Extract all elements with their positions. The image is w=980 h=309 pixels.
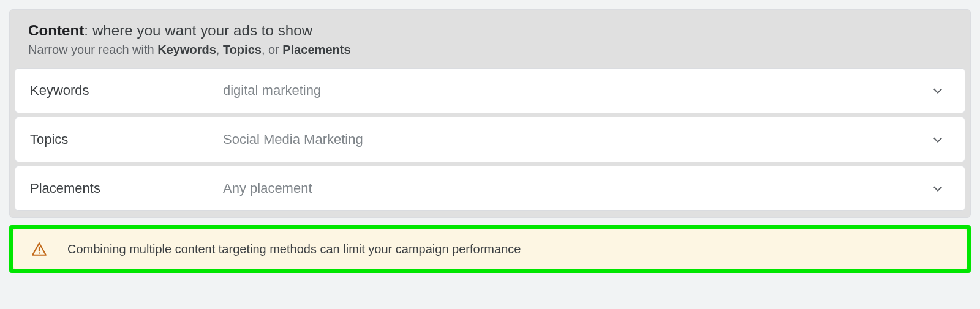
chevron-down-icon: [929, 82, 946, 99]
warning-text: Combining multiple content targeting met…: [67, 242, 521, 256]
sub-pre: Narrow your reach with: [28, 43, 157, 56]
panel-title-rest: : where you want your ads to show: [84, 22, 312, 39]
chevron-down-icon: [929, 131, 946, 148]
panel-title-bold: Content: [28, 22, 84, 39]
sub-topics: Topics: [223, 43, 262, 56]
sub-keywords: Keywords: [157, 43, 216, 56]
chevron-down-icon: [929, 180, 946, 197]
svg-point-1: [39, 252, 40, 253]
panel-subtitle: Narrow your reach with Keywords, Topics,…: [28, 43, 952, 57]
alert-highlight-box: Combining multiple content targeting met…: [9, 225, 971, 273]
sub-sep1: ,: [216, 43, 223, 56]
topics-row[interactable]: Topics Social Media Marketing: [15, 117, 965, 162]
placements-label: Placements: [30, 181, 223, 196]
sub-placements: Placements: [282, 43, 350, 56]
content-targeting-panel: Content: where you want your ads to show…: [9, 9, 971, 218]
warning-triangle-icon: [31, 240, 48, 258]
sub-sep2: , or: [262, 43, 282, 56]
placements-row[interactable]: Placements Any placement: [15, 166, 965, 211]
keywords-row[interactable]: Keywords digital marketing: [15, 68, 965, 113]
panel-header: Content: where you want your ads to show…: [10, 10, 970, 68]
keywords-value: digital marketing: [223, 83, 929, 99]
topics-value: Social Media Marketing: [223, 132, 929, 147]
warning-alert: Combining multiple content targeting met…: [13, 229, 967, 269]
placements-value: Any placement: [223, 181, 929, 196]
topics-label: Topics: [30, 132, 223, 147]
panel-title: Content: where you want your ads to show: [28, 22, 952, 39]
keywords-label: Keywords: [30, 83, 223, 99]
